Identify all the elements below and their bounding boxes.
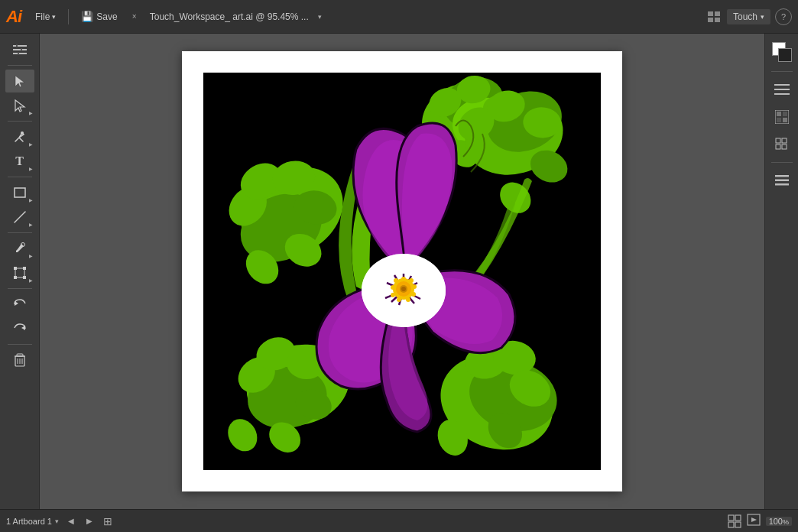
svg-rect-6 [13,53,27,54]
next-artboard-button[interactable]: ▶ [83,515,96,527]
svg-rect-89 [777,118,781,122]
tool-separator [8,65,32,66]
tool-separator-4 [8,232,32,233]
artboard-container [182,51,622,491]
svg-rect-85 [774,93,790,95]
prev-artboard-button[interactable]: ◀ [65,515,77,527]
top-bar-right: Touch ▾ ? [706,8,792,25]
svg-rect-8 [21,48,22,51]
svg-rect-20 [23,276,26,279]
properties-tool[interactable] [5,38,34,61]
rectangle-tool[interactable]: ▶ [5,181,34,204]
svg-rect-18 [23,267,26,270]
svg-rect-100 [728,522,734,527]
svg-point-74 [409,278,414,283]
svg-line-14 [15,212,25,222]
panel-menu-button[interactable] [770,168,794,193]
svg-rect-17 [14,267,17,270]
tool-separator-6 [8,344,32,345]
panel-separator [771,71,793,72]
right-panel [764,34,798,509]
svg-rect-90 [783,118,787,122]
app-logo: Ai [6,7,21,27]
delete-button[interactable] [5,349,34,371]
line-tool[interactable]: ▶ [5,206,34,229]
svg-rect-7 [16,44,18,47]
tool-separator-3 [8,177,32,177]
svg-marker-11 [15,100,24,112]
eyedropper-tool[interactable]: ▶ [5,237,34,260]
selection-tool[interactable] [5,70,34,92]
svg-point-80 [391,285,395,290]
artboard-options-button[interactable]: ⊞ [102,515,114,527]
svg-rect-93 [776,144,780,149]
zoom-level[interactable]: 100% [766,517,792,526]
svg-rect-83 [774,84,790,86]
pen-tool[interactable]: ▶ [5,125,34,148]
left-toolbar: ▶ ▶ T ▶ ▶ ▶ [0,34,40,509]
color-swatches[interactable] [770,38,794,66]
tab-title: Touch_Workspace_ art.ai @ 95.45% ... [145,9,313,24]
svg-point-72 [394,278,398,283]
svg-point-67 [222,414,263,456]
flower-artwork [203,73,601,470]
save-button[interactable]: 💾 Save [75,8,123,24]
svg-rect-84 [774,89,790,90]
svg-rect-94 [782,144,787,149]
bottom-bar: 1 Artboard 1 ▾ ◀ ▶ ⊞ 100% [0,509,798,532]
svg-point-12 [21,131,24,135]
svg-rect-97 [775,183,789,186]
svg-rect-9 [18,52,19,55]
direct-selection-tool[interactable]: ▶ [5,94,34,117]
tool-separator-5 [8,288,32,289]
svg-point-82 [401,287,406,291]
svg-rect-4 [13,45,27,47]
workspace-icon[interactable] [706,8,722,25]
svg-rect-0 [708,11,713,16]
svg-marker-21 [15,301,18,306]
redo-button[interactable] [5,317,34,340]
artboard[interactable] [203,73,601,470]
svg-rect-13 [15,188,25,197]
svg-point-73 [401,277,406,281]
type-tool[interactable]: T ▶ [5,150,34,173]
svg-rect-3 [715,18,720,22]
top-bar: Ai File ▾ 💾 Save × Touch_Workspace_ art.… [0,0,798,34]
svg-rect-96 [775,180,789,182]
separator [68,9,69,24]
svg-rect-92 [782,138,787,143]
tool-separator-2 [8,121,32,122]
close-tab-button[interactable]: × [128,11,141,23]
artboard-selector[interactable]: 1 Artboard 1 ▾ [6,517,59,526]
svg-rect-87 [777,112,781,116]
pattern-panel-button[interactable] [770,105,794,129]
undo-button[interactable] [5,293,34,316]
properties-panel-button[interactable] [770,77,794,102]
svg-marker-10 [15,76,24,87]
svg-rect-98 [728,515,734,521]
svg-marker-103 [751,517,757,522]
svg-point-79 [391,293,395,297]
workspace-selector[interactable]: Touch ▾ [727,9,770,24]
svg-rect-101 [735,522,741,527]
main-area: ▶ ▶ T ▶ ▶ ▶ [0,34,798,509]
color-swatch-display [772,42,792,62]
grid-view-button[interactable] [728,514,741,528]
align-panel-button[interactable] [770,132,794,157]
svg-rect-99 [735,515,741,521]
stroke-color [778,48,792,62]
artboard-dropdown-arrow: ▾ [55,517,59,525]
panel-separator-2 [771,162,793,163]
tab-arrow[interactable]: ▾ [318,13,322,21]
artboard-nav-icon[interactable] [746,513,761,529]
svg-rect-95 [775,175,789,177]
file-menu[interactable]: File ▾ [29,8,62,25]
help-button[interactable]: ? [775,8,792,25]
svg-point-77 [406,297,410,302]
svg-point-78 [397,297,401,302]
bottom-right-controls: 100% [728,513,792,529]
svg-rect-5 [13,49,27,50]
transform-tool[interactable]: ▶ [5,261,34,284]
svg-point-75 [412,284,417,289]
svg-rect-91 [776,138,780,143]
